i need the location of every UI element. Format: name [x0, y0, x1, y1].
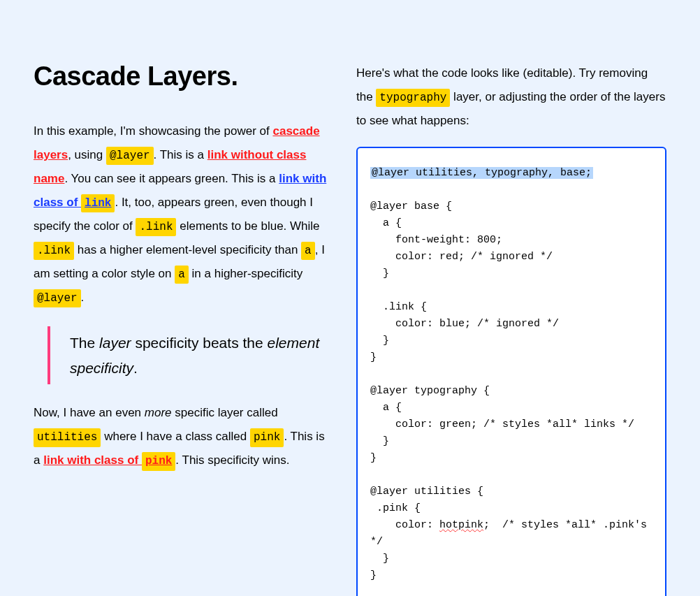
text: . You can see it appears green. This is …: [64, 172, 279, 185]
code-layer: @layer: [34, 289, 81, 307]
text: . This specificity wins.: [175, 453, 289, 467]
code-line: color: red; /* ignored */: [370, 251, 553, 263]
text: specific layer called: [172, 406, 278, 419]
paragraph-1: In this example, I'm showcasing the powe…: [34, 119, 334, 310]
code-line: a {: [370, 402, 402, 414]
code-line: }: [370, 351, 377, 363]
page-title: Cascade Layers.: [34, 61, 334, 92]
text: The: [70, 335, 99, 351]
text: Now, I have an even: [34, 406, 145, 419]
text: elements to be blue. While: [176, 219, 319, 233]
text: .: [133, 360, 138, 376]
code-line: color: green; /* styles *all* links */: [370, 419, 634, 430]
text: where I have a class called: [101, 430, 250, 443]
text: .: [81, 291, 85, 304]
code-line: }: [370, 435, 389, 447]
intro-paragraph: Here's what the code looks like (editabl…: [356, 61, 666, 133]
code-dotlink: .link: [136, 218, 176, 236]
code-a: a: [175, 266, 189, 284]
link-with-class-pink[interactable]: link with class of pink: [43, 453, 175, 467]
code-line-highlighted: @layer utilities, typography, base;: [370, 167, 593, 179]
blockquote: The layer specificity beats the element …: [48, 326, 334, 384]
code-line: .link {: [370, 301, 427, 313]
code-content[interactable]: @layer utilities, typography, base; @lay…: [370, 165, 652, 584]
code-dotlink: .link: [34, 242, 74, 260]
code-line: font-weight: 800;: [370, 234, 502, 246]
code-link: link: [81, 194, 115, 212]
code-line: }: [370, 335, 389, 347]
page: Cascade Layers. In this example, I'm sho…: [0, 0, 700, 596]
link-text: link with class of: [43, 453, 142, 467]
code-a: a: [301, 242, 315, 260]
code-layer: @layer: [106, 147, 154, 165]
code-line: color: blue; /* ignored */: [370, 318, 559, 330]
code-editor[interactable]: @layer utilities, typography, base; @lay…: [356, 147, 666, 596]
left-column: Cascade Layers. In this example, I'm sho…: [34, 34, 334, 562]
code-line: .pink {: [370, 502, 421, 514]
code-line: @layer base {: [370, 201, 452, 212]
code-line: }: [370, 268, 389, 279]
text: has a higher element-level specificity t…: [74, 243, 301, 256]
emphasis: layer: [99, 335, 131, 351]
right-column: Here's what the code looks like (editabl…: [356, 34, 666, 562]
code-utilities: utilities: [34, 428, 101, 446]
code-line: a {: [370, 217, 402, 229]
code-line: }: [370, 452, 377, 464]
text: In this example, I'm showcasing the powe…: [34, 124, 272, 138]
text: specificity beats the: [131, 335, 268, 351]
code-line: }: [370, 569, 377, 581]
code-line: @layer typography {: [370, 385, 490, 397]
code-line: }: [370, 553, 389, 565]
code-line: @layer utilities {: [370, 486, 483, 497]
code-line: color:: [370, 519, 439, 531]
code-spellcheck-squiggle: hotpink: [439, 519, 483, 531]
emphasis: more: [145, 406, 172, 419]
paragraph-2: Now, I have an even more specific layer …: [34, 401, 334, 472]
text: in a higher-specificity: [189, 267, 302, 280]
code-pink: pink: [250, 428, 284, 446]
text: , using: [68, 148, 106, 161]
code-pink: pink: [142, 452, 175, 470]
code-typography: typography: [376, 89, 450, 107]
text: . This is a: [154, 148, 207, 161]
